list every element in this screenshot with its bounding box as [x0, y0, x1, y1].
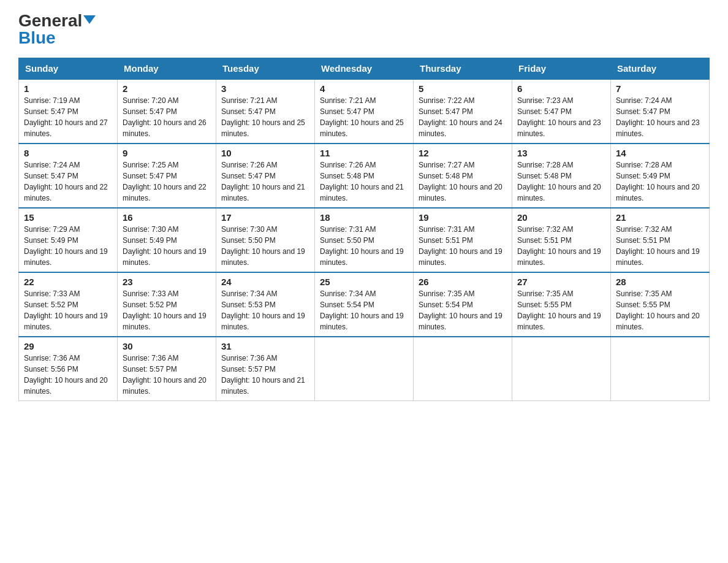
calendar-cell: 9 Sunrise: 7:25 AMSunset: 5:47 PMDayligh…	[118, 144, 216, 208]
day-info: Sunrise: 7:23 AMSunset: 5:47 PMDaylight:…	[517, 96, 601, 138]
day-number: 4	[320, 83, 408, 94]
calendar-cell	[611, 337, 710, 401]
calendar-cell: 31 Sunrise: 7:36 AMSunset: 5:57 PMDaylig…	[216, 337, 315, 401]
calendar-cell: 27 Sunrise: 7:35 AMSunset: 5:55 PMDaylig…	[512, 272, 611, 337]
day-number: 16	[123, 212, 211, 223]
calendar-cell: 30 Sunrise: 7:36 AMSunset: 5:57 PMDaylig…	[118, 337, 216, 401]
day-info: Sunrise: 7:30 AMSunset: 5:49 PMDaylight:…	[123, 225, 207, 267]
calendar-cell: 24 Sunrise: 7:34 AMSunset: 5:53 PMDaylig…	[216, 272, 315, 337]
calendar-cell	[512, 337, 611, 401]
day-info: Sunrise: 7:35 AMSunset: 5:55 PMDaylight:…	[616, 289, 700, 331]
day-number: 2	[123, 83, 211, 94]
day-number: 7	[616, 83, 704, 94]
day-number: 15	[24, 212, 112, 223]
calendar-cell: 5 Sunrise: 7:22 AMSunset: 5:47 PMDayligh…	[414, 79, 512, 144]
calendar-cell: 2 Sunrise: 7:20 AMSunset: 5:47 PMDayligh…	[118, 79, 216, 144]
day-number: 3	[221, 83, 309, 94]
calendar-cell: 8 Sunrise: 7:24 AMSunset: 5:47 PMDayligh…	[19, 144, 118, 208]
calendar-cell: 26 Sunrise: 7:35 AMSunset: 5:54 PMDaylig…	[414, 272, 512, 337]
calendar-week-row: 15 Sunrise: 7:29 AMSunset: 5:49 PMDaylig…	[19, 208, 710, 272]
day-number: 22	[24, 277, 112, 287]
day-number: 1	[24, 83, 112, 94]
day-info: Sunrise: 7:35 AMSunset: 5:54 PMDaylight:…	[419, 289, 502, 331]
day-number: 12	[419, 148, 507, 158]
day-info: Sunrise: 7:33 AMSunset: 5:52 PMDaylight:…	[24, 289, 108, 331]
day-info: Sunrise: 7:36 AMSunset: 5:57 PMDaylight:…	[123, 354, 207, 396]
col-header-wednesday: Wednesday	[315, 58, 414, 80]
day-info: Sunrise: 7:26 AMSunset: 5:48 PMDaylight:…	[320, 161, 404, 202]
col-header-thursday: Thursday	[414, 58, 512, 80]
logo-blue-text: Blue	[18, 28, 56, 47]
day-info: Sunrise: 7:21 AMSunset: 5:47 PMDaylight:…	[221, 96, 305, 138]
day-number: 23	[123, 277, 211, 287]
calendar-cell: 23 Sunrise: 7:33 AMSunset: 5:52 PMDaylig…	[118, 272, 216, 337]
logo-triangle-icon	[83, 15, 96, 24]
calendar-cell: 29 Sunrise: 7:36 AMSunset: 5:56 PMDaylig…	[19, 337, 118, 401]
day-number: 28	[616, 277, 704, 287]
calendar-cell: 15 Sunrise: 7:29 AMSunset: 5:49 PMDaylig…	[19, 208, 118, 272]
day-number: 27	[517, 277, 605, 287]
day-number: 30	[123, 341, 211, 351]
day-info: Sunrise: 7:30 AMSunset: 5:50 PMDaylight:…	[221, 225, 305, 267]
calendar-cell	[414, 337, 512, 401]
day-info: Sunrise: 7:36 AMSunset: 5:56 PMDaylight:…	[24, 354, 108, 396]
day-number: 18	[320, 212, 408, 223]
calendar-week-row: 22 Sunrise: 7:33 AMSunset: 5:52 PMDaylig…	[19, 272, 710, 337]
day-info: Sunrise: 7:31 AMSunset: 5:51 PMDaylight:…	[419, 225, 502, 267]
col-header-saturday: Saturday	[611, 58, 710, 80]
day-info: Sunrise: 7:26 AMSunset: 5:47 PMDaylight:…	[221, 161, 305, 202]
calendar-cell: 14 Sunrise: 7:28 AMSunset: 5:49 PMDaylig…	[611, 144, 710, 208]
day-info: Sunrise: 7:22 AMSunset: 5:47 PMDaylight:…	[419, 96, 502, 138]
calendar-cell: 19 Sunrise: 7:31 AMSunset: 5:51 PMDaylig…	[414, 208, 512, 272]
day-number: 17	[221, 212, 309, 223]
day-info: Sunrise: 7:34 AMSunset: 5:53 PMDaylight:…	[221, 289, 305, 331]
calendar-cell: 12 Sunrise: 7:27 AMSunset: 5:48 PMDaylig…	[414, 144, 512, 208]
day-number: 25	[320, 277, 408, 287]
calendar-cell	[315, 337, 414, 401]
calendar-cell: 11 Sunrise: 7:26 AMSunset: 5:48 PMDaylig…	[315, 144, 414, 208]
day-info: Sunrise: 7:19 AMSunset: 5:47 PMDaylight:…	[24, 96, 108, 138]
calendar-header-row: SundayMondayTuesdayWednesdayThursdayFrid…	[19, 58, 710, 80]
calendar-cell: 3 Sunrise: 7:21 AMSunset: 5:47 PMDayligh…	[216, 79, 315, 144]
calendar-cell: 16 Sunrise: 7:30 AMSunset: 5:49 PMDaylig…	[118, 208, 216, 272]
calendar-cell: 1 Sunrise: 7:19 AMSunset: 5:47 PMDayligh…	[19, 79, 118, 144]
page-header: General Blue	[18, 12, 710, 47]
calendar-cell: 28 Sunrise: 7:35 AMSunset: 5:55 PMDaylig…	[611, 272, 710, 337]
col-header-tuesday: Tuesday	[216, 58, 315, 80]
calendar-cell: 22 Sunrise: 7:33 AMSunset: 5:52 PMDaylig…	[19, 272, 118, 337]
day-info: Sunrise: 7:32 AMSunset: 5:51 PMDaylight:…	[517, 225, 601, 267]
calendar-cell: 21 Sunrise: 7:32 AMSunset: 5:51 PMDaylig…	[611, 208, 710, 272]
calendar-cell: 18 Sunrise: 7:31 AMSunset: 5:50 PMDaylig…	[315, 208, 414, 272]
calendar-cell: 13 Sunrise: 7:28 AMSunset: 5:48 PMDaylig…	[512, 144, 611, 208]
day-info: Sunrise: 7:27 AMSunset: 5:48 PMDaylight:…	[419, 161, 502, 202]
day-number: 11	[320, 148, 408, 158]
calendar-week-row: 29 Sunrise: 7:36 AMSunset: 5:56 PMDaylig…	[19, 337, 710, 401]
day-number: 26	[419, 277, 507, 287]
day-info: Sunrise: 7:36 AMSunset: 5:57 PMDaylight:…	[221, 354, 305, 396]
calendar-cell: 17 Sunrise: 7:30 AMSunset: 5:50 PMDaylig…	[216, 208, 315, 272]
calendar-cell: 25 Sunrise: 7:34 AMSunset: 5:54 PMDaylig…	[315, 272, 414, 337]
day-number: 6	[517, 83, 605, 94]
day-number: 24	[221, 277, 309, 287]
day-info: Sunrise: 7:33 AMSunset: 5:52 PMDaylight:…	[123, 289, 207, 331]
calendar-cell: 6 Sunrise: 7:23 AMSunset: 5:47 PMDayligh…	[512, 79, 611, 144]
day-number: 9	[123, 148, 211, 158]
day-number: 13	[517, 148, 605, 158]
day-info: Sunrise: 7:31 AMSunset: 5:50 PMDaylight:…	[320, 225, 404, 267]
col-header-sunday: Sunday	[19, 58, 118, 80]
day-number: 20	[517, 212, 605, 223]
day-number: 10	[221, 148, 309, 158]
day-number: 8	[24, 148, 112, 158]
logo-general-text: General	[18, 12, 82, 29]
day-info: Sunrise: 7:28 AMSunset: 5:48 PMDaylight:…	[517, 161, 601, 202]
day-info: Sunrise: 7:28 AMSunset: 5:49 PMDaylight:…	[616, 161, 700, 202]
day-info: Sunrise: 7:20 AMSunset: 5:47 PMDaylight:…	[123, 96, 207, 138]
calendar-week-row: 8 Sunrise: 7:24 AMSunset: 5:47 PMDayligh…	[19, 144, 710, 208]
day-info: Sunrise: 7:24 AMSunset: 5:47 PMDaylight:…	[616, 96, 700, 138]
day-number: 21	[616, 212, 704, 223]
day-info: Sunrise: 7:32 AMSunset: 5:51 PMDaylight:…	[616, 225, 700, 267]
day-info: Sunrise: 7:35 AMSunset: 5:55 PMDaylight:…	[517, 289, 601, 331]
calendar-cell: 4 Sunrise: 7:21 AMSunset: 5:47 PMDayligh…	[315, 79, 414, 144]
day-number: 14	[616, 148, 704, 158]
calendar-cell: 20 Sunrise: 7:32 AMSunset: 5:51 PMDaylig…	[512, 208, 611, 272]
